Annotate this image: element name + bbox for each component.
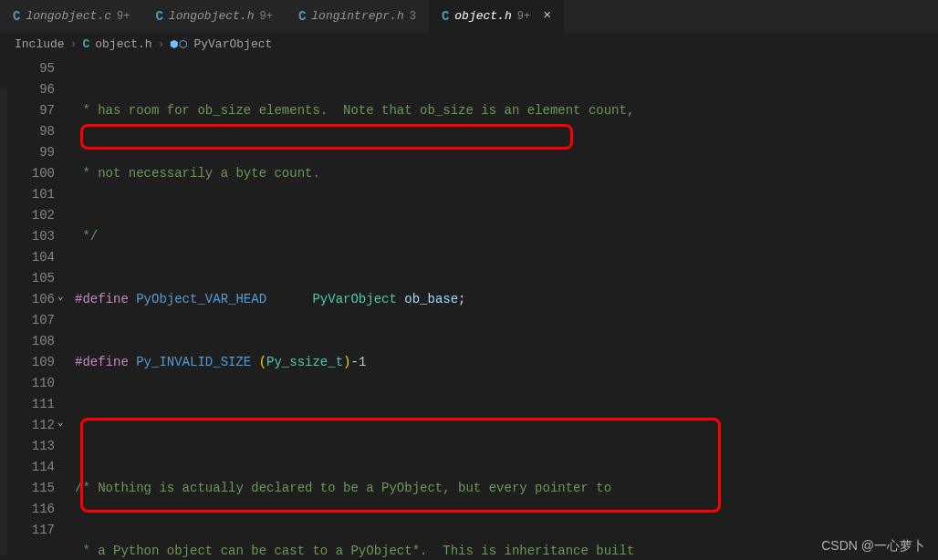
chevron-right-icon: › bbox=[158, 37, 165, 51]
macro-name: Py_INVALID_SIZE bbox=[129, 355, 259, 369]
c-file-icon: C bbox=[155, 9, 162, 24]
bracket: ( bbox=[259, 355, 266, 369]
type-name: Py_ssize_t bbox=[266, 355, 343, 369]
breadcrumb-symbol[interactable]: PyVarObject bbox=[193, 37, 272, 51]
tabs-bar: C longobject.c 9+ C longobject.h 9+ C lo… bbox=[0, 0, 938, 32]
breadcrumb[interactable]: Include › C object.h › ⬢⬡ PyVarObject bbox=[0, 32, 938, 57]
number-literal: 1 bbox=[359, 355, 366, 369]
editor-left-margin bbox=[0, 88, 7, 555]
watermark-text: CSDN @一心萝卜 bbox=[821, 538, 925, 555]
chevron-right-icon: › bbox=[70, 37, 78, 51]
line-number: 105 bbox=[0, 268, 55, 289]
tab-badge: 3 bbox=[410, 10, 416, 23]
line-number: 102 bbox=[0, 205, 55, 226]
c-file-icon: C bbox=[442, 9, 449, 24]
line-number: 109 bbox=[0, 352, 55, 373]
line-number: 107 bbox=[0, 310, 55, 331]
tab-badge: 9+ bbox=[117, 10, 130, 23]
line-number: 116 bbox=[0, 499, 55, 520]
tab-object-h[interactable]: C object.h 9+ × bbox=[429, 0, 564, 32]
line-number: 100 bbox=[0, 163, 55, 184]
code-editor[interactable]: 95 96 97 98 99 100 101 102 103 104 105 1… bbox=[0, 57, 938, 555]
tab-label: object.h bbox=[454, 9, 511, 23]
struct-icon: ⬢⬡ bbox=[170, 38, 188, 50]
type-name: PyVarObject bbox=[312, 292, 396, 306]
c-file-icon: C bbox=[82, 37, 89, 51]
tab-badge: 9+ bbox=[259, 10, 272, 23]
tab-badge: 9+ bbox=[517, 10, 530, 23]
line-number: 104 bbox=[0, 247, 55, 268]
comment-text: /* Nothing is actually declared to be a … bbox=[75, 481, 611, 495]
tab-longobject-c[interactable]: C longobject.c 9+ bbox=[0, 0, 142, 32]
code-content[interactable]: * has room for ob_size elements. Note th… bbox=[75, 57, 938, 555]
line-number: 110 bbox=[0, 373, 55, 394]
identifier: ob_base bbox=[397, 292, 458, 306]
comment-text: */ bbox=[75, 229, 98, 244]
line-number: 115 bbox=[0, 478, 55, 499]
breadcrumb-folder[interactable]: Include bbox=[15, 37, 65, 51]
breadcrumb-file[interactable]: object.h bbox=[95, 37, 151, 51]
line-number: 101 bbox=[0, 184, 55, 205]
punctuation: ; bbox=[458, 292, 465, 306]
comment-text: * a Python object can be cast to a PyObj… bbox=[75, 544, 634, 558]
line-number: 97 bbox=[0, 100, 55, 121]
tab-longintrepr-h[interactable]: C longintrepr.h 3 bbox=[286, 0, 429, 32]
c-file-icon: C bbox=[13, 9, 20, 24]
line-number: 99 bbox=[0, 142, 55, 163]
line-number: 95 bbox=[0, 58, 55, 79]
close-icon[interactable]: × bbox=[543, 8, 551, 24]
tab-longobject-h[interactable]: C longobject.h 9+ bbox=[142, 0, 285, 32]
comment-text: * has room for ob_size elements. Note th… bbox=[75, 103, 634, 118]
line-number: 111 bbox=[0, 394, 55, 415]
line-number: 113 bbox=[0, 436, 55, 457]
line-number: 106 bbox=[0, 289, 55, 310]
c-file-icon: C bbox=[298, 9, 306, 24]
line-number: 103 bbox=[0, 226, 55, 247]
tab-label: longintrepr.h bbox=[311, 9, 403, 23]
comment-text: * not necessarily a byte count. bbox=[75, 166, 320, 181]
line-number: 112 bbox=[0, 415, 55, 436]
preprocess-keyword: #define bbox=[75, 355, 129, 369]
preprocess-keyword: #define bbox=[75, 292, 129, 306]
tab-label: longobject.h bbox=[169, 9, 255, 23]
fold-chevron-icon[interactable]: ⌄ bbox=[57, 290, 64, 302]
line-number: 114 bbox=[0, 457, 55, 478]
line-number: 117 bbox=[0, 520, 55, 541]
line-number: 98 bbox=[0, 121, 55, 142]
operator: - bbox=[350, 355, 358, 369]
line-number: 96 bbox=[0, 79, 55, 100]
fold-chevron-icon[interactable]: ⌄ bbox=[57, 416, 64, 428]
macro-name: PyObject_VAR_HEAD bbox=[129, 292, 313, 306]
tab-label: longobject.c bbox=[26, 9, 111, 23]
line-number-gutter: 95 96 97 98 99 100 101 102 103 104 105 1… bbox=[0, 57, 75, 555]
line-number: 108 bbox=[0, 331, 55, 352]
